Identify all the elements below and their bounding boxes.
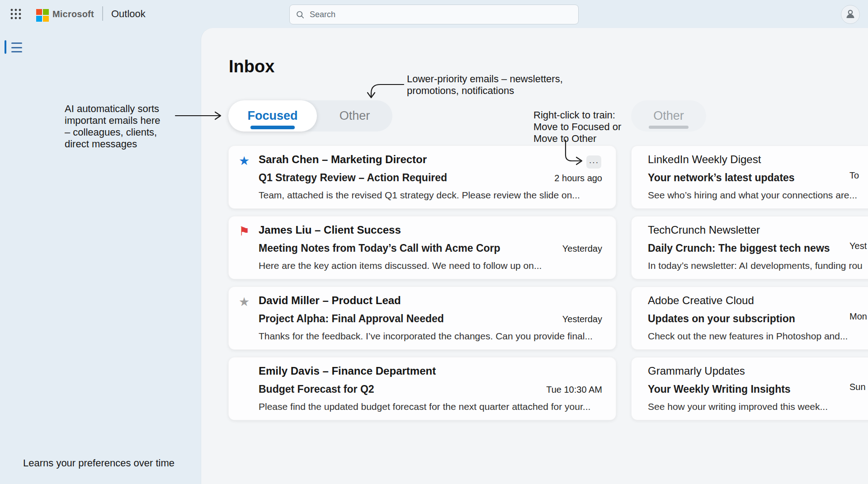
other-column-header[interactable]: Other — [631, 100, 706, 132]
annotation-focused-note: AI automatically sorts important emails … — [65, 103, 160, 150]
email-time: Tue 10:30 AM — [546, 385, 602, 395]
app-title: Outlook — [111, 8, 146, 20]
other-email-card-grammarly[interactable]: Grammarly Updates Your Weekly Writing In… — [631, 357, 868, 420]
email-sender: LinkedIn Weekly Digest — [648, 153, 868, 166]
annotation-other-note: Lower-priority emails – newsletters, pro… — [407, 73, 563, 97]
tab-other[interactable]: Other — [317, 100, 392, 132]
email-subject: Your Weekly Writing Insights — [648, 383, 791, 395]
hamburger-menu-button[interactable] — [11, 42, 23, 53]
email-subject: Project Alpha: Final Approval Needed — [259, 313, 444, 325]
microsoft-wordmark: Microsoft — [52, 9, 94, 19]
email-preview: Here are the key action items discussed.… — [259, 260, 602, 271]
email-sender: David Miller – Product Lead — [259, 294, 602, 307]
email-time: Yest — [849, 241, 867, 251]
search-box[interactable] — [289, 5, 579, 24]
other-column-underline — [649, 126, 689, 129]
topbar-divider — [102, 6, 103, 21]
annotation-train-note: Right-click to train: Move to Focused or… — [533, 109, 621, 145]
email-sender: Grammarly Updates — [648, 365, 868, 377]
email-subject: Your network’s latest updates — [648, 172, 795, 184]
menu-icon — [11, 42, 22, 44]
other-email-card-adobe[interactable]: Adobe Creative Cloud Updates on your sub… — [631, 287, 868, 350]
flag-icon[interactable]: ⚑ — [239, 224, 259, 271]
email-preview: See how your writing improved this week.… — [648, 401, 868, 412]
microsoft-logo-icon — [36, 9, 49, 22]
inbox-tab-group: Focused Other — [228, 100, 392, 132]
email-sender: Sarah Chen – Marketing Director — [259, 153, 602, 166]
tab-focused-label: Focused — [247, 109, 297, 123]
email-preview: In today’s newsletter: AI developments, … — [648, 260, 868, 271]
page-title: Inbox — [229, 57, 274, 76]
other-column-header-label: Other — [653, 109, 684, 123]
email-preview: Check out the new features in Photoshop … — [648, 331, 868, 342]
no-icon — [239, 365, 259, 412]
email-time: 2 hours ago — [554, 173, 602, 183]
more-options-button[interactable]: ··· — [586, 155, 601, 169]
email-subject: Q1 Strategy Review – Action Required — [259, 172, 447, 184]
email-time: Yesterday — [562, 244, 602, 254]
email-card-david-miller[interactable]: ★ David Miller – Product Lead Project Al… — [228, 287, 616, 350]
annotation-learn-note: Learns your preferences over time — [23, 457, 175, 469]
email-sender: TechCrunch Newsletter — [648, 224, 868, 236]
star-icon[interactable]: ★ — [239, 294, 259, 342]
search-icon — [296, 10, 304, 19]
other-email-card-techcrunch[interactable]: TechCrunch Newsletter Daily Crunch: The … — [631, 216, 868, 279]
other-email-card-linkedin[interactable]: LinkedIn Weekly Digest Your network’s la… — [631, 146, 868, 209]
account-button[interactable] — [841, 5, 860, 24]
email-preview: Team, attached is the revised Q1 strateg… — [259, 190, 602, 201]
app-launcher-button[interactable] — [7, 5, 24, 23]
email-time: Mon — [849, 311, 867, 322]
email-sender: James Liu – Client Success — [259, 224, 602, 236]
email-subject: Updates on your subscription — [648, 313, 795, 325]
email-subject: Daily Crunch: The biggest tech news — [648, 242, 830, 254]
email-preview: See who’s hiring and what your connectio… — [648, 190, 868, 201]
person-icon — [844, 9, 856, 20]
waffle-grid-icon — [10, 8, 22, 20]
email-sender: Emily Davis – Finance Department — [259, 365, 602, 377]
email-card-james-liu[interactable]: ⚑ James Liu – Client Success Meeting Not… — [228, 216, 616, 279]
email-time: Sun — [849, 382, 866, 392]
email-subject: Budget Forecast for Q2 — [259, 383, 374, 395]
email-time: Yesterday — [562, 314, 602, 324]
focused-tab-underline — [250, 126, 295, 129]
email-card-sarah-chen[interactable]: ★ Sarah Chen – Marketing Director Q1 Str… — [228, 146, 616, 209]
email-preview: Thanks for the feedback. I’ve incorporat… — [259, 331, 602, 342]
tab-other-label: Other — [340, 109, 370, 123]
tab-focused[interactable]: Focused — [228, 100, 317, 132]
search-input[interactable] — [310, 10, 572, 19]
ellipsis-icon: ··· — [589, 157, 599, 167]
email-sender: Adobe Creative Cloud — [648, 294, 868, 307]
star-icon[interactable]: ★ — [239, 153, 259, 201]
email-subject: Meeting Notes from Today’s Call with Acm… — [259, 242, 500, 254]
nav-accent-bar — [5, 40, 6, 54]
email-preview: Please find the updated budget forecast … — [259, 401, 602, 412]
email-card-emily-davis[interactable]: Emily Davis – Finance Department Budget … — [228, 357, 616, 420]
email-time: To — [849, 170, 859, 181]
